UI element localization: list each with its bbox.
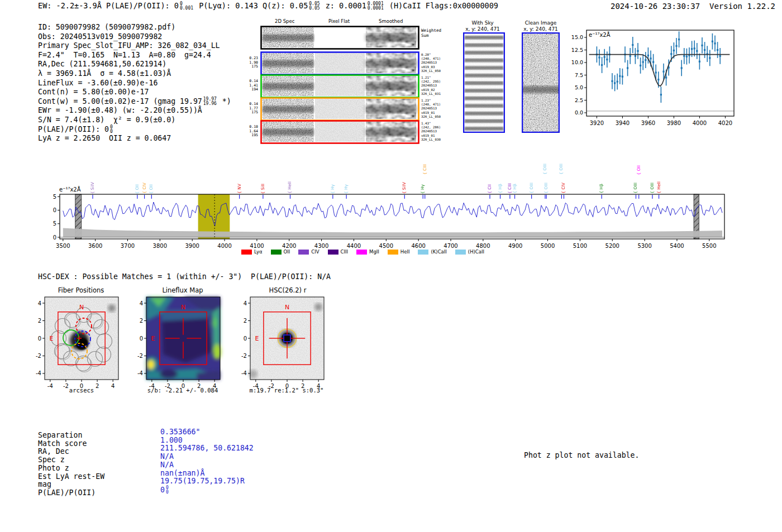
spec2d-row-right-labels: 1.21"(242, 295)20240513v019_02326_LL_031 xyxy=(421,76,441,96)
match-row-value: 000 xyxy=(160,486,254,495)
svg-text:4100: 4100 xyxy=(250,243,264,249)
svg-text:5400: 5400 xyxy=(670,243,684,249)
svg-text:-4: -4 xyxy=(36,370,41,376)
spec2d-row-right-labels: 1.43"(242, 286)20240513v019_01326_LL_030 xyxy=(421,122,441,142)
svg-text:4000: 4000 xyxy=(693,120,707,126)
svg-text:5100: 5100 xyxy=(573,243,587,249)
photz-note: Phot z plot not available. xyxy=(524,451,639,459)
svg-text:3920: 3920 xyxy=(590,120,604,126)
svg-text:3700: 3700 xyxy=(121,243,135,249)
withsky-title: With Skyx, y: 240, 471 xyxy=(459,20,506,32)
info-line: Cont(n) = 5.80(±0.00)e-17 xyxy=(38,88,231,97)
match-row-label: P(LAE)/P(OII) xyxy=(38,489,104,497)
svg-text:5200: 5200 xyxy=(605,243,619,249)
match-row-value: 19.75(19.75,19.75)R xyxy=(160,477,254,486)
cutout-caption-lineflux: s/b: -2.21 +/- 0.084 xyxy=(136,387,229,394)
match-row-value: 0.353666" xyxy=(160,428,254,437)
svg-text:2: 2 xyxy=(244,318,247,324)
svg-text:4: 4 xyxy=(38,300,41,306)
svg-text:4900: 4900 xyxy=(508,243,522,249)
info-line: RA,Dec (211.594681,50.621914) xyxy=(38,60,231,69)
spec2d-row xyxy=(260,97,419,121)
legend-item-(K)CaII: (K)CaII xyxy=(418,249,446,255)
match-row-value: 211.594786, 50.621842 xyxy=(160,444,254,453)
legend-item-CIII: CIII xyxy=(328,249,348,255)
header-summary-line: EW: -2.2±-3.9Å P(LAE)/P(OII): 000.001 P(… xyxy=(38,1,498,11)
svg-text:7.5: 7.5 xyxy=(575,72,583,78)
info-line: EWr = -1.90(±0.48) (w: -2.20(±0.55))Å xyxy=(38,106,231,116)
stacked-value: 00 xyxy=(110,125,113,134)
elixer-report-page: EW: -2.2±-3.9Å P(LAE)/P(OII): 000.001 P(… xyxy=(0,0,782,532)
header-timestamp: 2024-10-26 23:30:37 Version 1.22.2 xyxy=(611,2,775,11)
legend-swatch xyxy=(271,250,282,255)
withsky-image xyxy=(463,32,505,133)
info-line: Obs: 20240513v019_5090079982 xyxy=(38,32,231,42)
legend-item-(H)CaII: (H)CaII xyxy=(455,249,484,255)
info-line: F=2.4" T=0.165 N=1.13 A=0.80 g=24.4 xyxy=(38,51,231,60)
svg-text:N: N xyxy=(285,304,289,311)
svg-text:0: 0 xyxy=(53,234,56,241)
spec2d-row xyxy=(260,74,419,98)
col-header-smoothed: Smoothed xyxy=(379,18,403,24)
cutout-caption-hsc: m:19.7 re:1.2" s:0.3" xyxy=(240,387,333,394)
match-row-label: RA, Dec xyxy=(38,448,104,456)
svg-text:-2: -2 xyxy=(137,353,143,359)
cutout-caption-fiber: arcsecs xyxy=(39,387,124,394)
info-line: ID: 5090079982 (5090079982.pdf) xyxy=(38,23,231,32)
spectrum-legend: LyαOIICIVCIIIMgIIHeII(K)CaII(H)CaII xyxy=(241,249,484,255)
match-row-label: Separation xyxy=(38,432,104,440)
svg-text:0.0: 0.0 xyxy=(575,109,583,116)
cleanimage-title: Clean Imagex, y: 240, 471 xyxy=(517,20,565,32)
spec2d-row-left-labels: 0.141.77175 xyxy=(236,102,258,115)
spec2d-row xyxy=(260,51,419,75)
match-table-values: 0.353666"1.000211.594786, 50.621842N/AN/… xyxy=(160,428,254,495)
full-spectrum-plot: 3500360037003800390040004100420043004400… xyxy=(53,150,732,261)
svg-text:4800: 4800 xyxy=(476,243,490,249)
svg-text:4300: 4300 xyxy=(314,243,328,249)
legend-item-Lyα: Lyα xyxy=(241,249,263,255)
svg-text:4020: 4020 xyxy=(718,120,732,126)
svg-text:3800: 3800 xyxy=(153,243,167,249)
match-row-label: mag xyxy=(38,481,104,489)
match-row-value: 1.000 xyxy=(160,437,254,445)
svg-text:5000: 5000 xyxy=(541,243,555,249)
legend-item-MgII: MgII xyxy=(356,249,379,255)
lineflux-map-cutout: -4-4-2-2002244NE xyxy=(130,290,236,399)
spec2d-row-right-labels: WeightedSum xyxy=(421,28,441,38)
svg-text:3600: 3600 xyxy=(88,243,102,249)
svg-text:0: 0 xyxy=(244,336,247,342)
spec2d-row-right-labels: 0.28"(240, 471)20240513v019_03326_LL_050 xyxy=(421,53,441,73)
svg-text:12.5: 12.5 xyxy=(571,47,583,53)
svg-text:3500: 3500 xyxy=(56,243,70,249)
spec2d-row-left-labels: 0.101.64195 xyxy=(236,125,258,138)
svg-text:15: 15 xyxy=(53,194,56,200)
svg-text:4500: 4500 xyxy=(379,243,393,249)
svg-text:0: 0 xyxy=(140,336,143,342)
legend-item-HeII: HeII xyxy=(388,249,410,255)
svg-text:-4: -4 xyxy=(241,370,247,376)
legend-item-OII: OII xyxy=(271,249,290,255)
svg-text:4: 4 xyxy=(244,300,247,306)
svg-text:3900: 3900 xyxy=(185,243,199,249)
svg-text:5300: 5300 xyxy=(637,243,651,249)
svg-text:2.5: 2.5 xyxy=(575,97,583,103)
svg-text:5.0: 5.0 xyxy=(575,84,583,90)
info-line: P(LAE)/P(OII): 000 xyxy=(38,125,231,135)
svg-text:2: 2 xyxy=(38,318,41,324)
svg-text:4: 4 xyxy=(140,300,143,306)
report-version: Version 1.22.2 xyxy=(709,2,775,11)
legend-swatch xyxy=(328,250,338,255)
fiber-positions-cutout: -4-4-2-2002244NE xyxy=(28,290,134,399)
spec2d-row xyxy=(260,26,419,50)
svg-text:4600: 4600 xyxy=(411,243,425,249)
match-table-labels: SeparationMatch scoreRA, DecSpec zPhoto … xyxy=(38,432,104,497)
stacked-value: 0.00010.0001 xyxy=(368,2,384,11)
svg-text:4200: 4200 xyxy=(282,243,296,249)
svg-text:4400: 4400 xyxy=(347,243,361,249)
svg-text:0: 0 xyxy=(38,336,41,342)
svg-text:10: 10 xyxy=(53,207,56,213)
svg-text:3980: 3980 xyxy=(667,120,681,126)
info-line: S/N = 7.4(±1.8) χ² = 0.9(±0.0) xyxy=(38,116,231,125)
legend-swatch xyxy=(418,250,428,255)
spec2d-row-left-labels: 0.231.90175 xyxy=(236,56,258,69)
